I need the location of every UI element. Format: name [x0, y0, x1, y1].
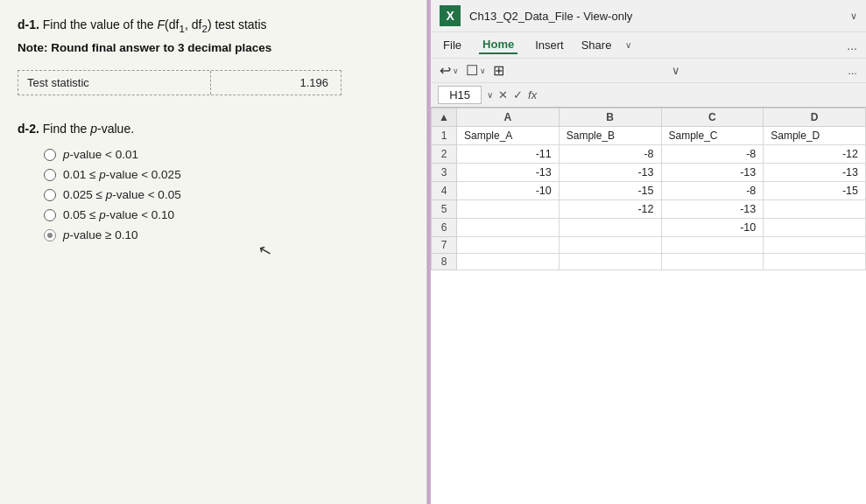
- cell-r2-cC[interactable]: -8: [661, 145, 764, 164]
- cell-r2-cB[interactable]: -8: [559, 145, 661, 164]
- radio-circle-1[interactable]: [44, 149, 56, 161]
- radio-circle-3[interactable]: [44, 189, 56, 201]
- cell-r7-cC[interactable]: [661, 237, 764, 254]
- table-row: 3-13-13-13-13: [432, 164, 866, 182]
- excel-toolbar: ↩ ∨ ☐ ∨ ⊞ ∨ ...: [431, 59, 866, 83]
- cell-r3-cC[interactable]: -13: [661, 164, 764, 182]
- cell-r7-cB[interactable]: [559, 237, 661, 254]
- cell-r5-cD[interactable]: [764, 200, 866, 219]
- row-number-1: 1: [432, 127, 457, 145]
- cell-r6-cB[interactable]: [559, 219, 661, 237]
- formula-cancel-icon[interactable]: ✕: [498, 88, 508, 102]
- cell-r4-cB[interactable]: -15: [559, 182, 661, 200]
- row-number-6: 6: [432, 219, 457, 237]
- table-row: 2-11-8-8-12: [432, 145, 866, 164]
- format-painter-icon: ⊞: [493, 62, 504, 79]
- col-header-b[interactable]: B: [559, 108, 661, 127]
- radio-circle-2[interactable]: [44, 169, 56, 181]
- cell-r4-cC[interactable]: -8: [661, 182, 764, 200]
- row-number-8: 8: [432, 254, 457, 270]
- radio-label-3: 0.025 ≤ p-value < 0.05: [63, 188, 181, 201]
- menu-insert[interactable]: Insert: [532, 37, 567, 53]
- cell-r8-cC[interactable]: [661, 254, 764, 270]
- col-header-c[interactable]: C: [661, 108, 764, 127]
- radio-label-1: p-value < 0.01: [63, 148, 138, 161]
- cell-r5-cC[interactable]: -13: [661, 200, 764, 219]
- table-row: 7: [432, 237, 866, 254]
- radio-option-4[interactable]: 0.05 ≤ p-value < 0.10: [44, 208, 409, 221]
- cell-r1-cD[interactable]: Sample_D: [764, 127, 866, 145]
- table-row: 4-10-15-8-15: [432, 182, 866, 200]
- radio-option-1[interactable]: p-value < 0.01: [44, 148, 409, 161]
- cell-r8-cB[interactable]: [559, 254, 661, 270]
- cell-r2-cA[interactable]: -11: [457, 145, 560, 164]
- question-d2-text: Find the p-value.: [43, 122, 134, 136]
- cell-reference[interactable]: H15: [438, 86, 482, 104]
- test-statistic-value: 1.196: [211, 71, 341, 94]
- radio-label-4: 0.05 ≤ p-value < 0.10: [63, 208, 174, 221]
- cell-r3-cD[interactable]: -13: [764, 164, 866, 182]
- note-text: Note: Round final answer to 3 decimal pl…: [18, 41, 409, 54]
- cell-r1-cB[interactable]: Sample_B: [559, 127, 661, 145]
- formula-fx-icon[interactable]: fx: [528, 88, 537, 102]
- menu-home[interactable]: Home: [479, 36, 517, 54]
- question-d1-label: d-1.: [18, 18, 39, 32]
- cell-r3-cA[interactable]: -13: [457, 164, 560, 182]
- spreadsheet-table: ▲ A B C D 1Sample_ASample_BSample_CSampl…: [431, 108, 866, 270]
- radio-option-3[interactable]: 0.025 ≤ p-value < 0.05: [44, 188, 409, 201]
- row-number-5: 5: [432, 200, 457, 219]
- menu-share[interactable]: Share: [581, 38, 612, 52]
- toolbar-dots-icon[interactable]: ...: [848, 64, 857, 77]
- undo-button[interactable]: ↩ ∨: [440, 62, 459, 79]
- cell-r1-cA[interactable]: Sample_A: [457, 127, 560, 145]
- cell-r6-cC[interactable]: -10: [661, 219, 764, 237]
- cell-r2-cD[interactable]: -12: [764, 145, 866, 164]
- excel-panel: X Ch13_Q2_Data_File - View-only ∨ File H…: [431, 0, 866, 504]
- menu-more-icon[interactable]: ...: [847, 38, 857, 52]
- row-number-2: 2: [432, 145, 457, 164]
- cell-r4-cA[interactable]: -10: [457, 182, 560, 200]
- undo-chevron-icon: ∨: [453, 66, 459, 75]
- format-painter-button[interactable]: ⊞: [493, 62, 504, 79]
- cell-r7-cD[interactable]: [764, 237, 866, 254]
- cell-r6-cD[interactable]: [764, 219, 866, 237]
- test-statistic-row: Test statistic 1.196: [18, 70, 341, 95]
- formula-confirm-icon[interactable]: ✓: [513, 88, 523, 102]
- radio-circle-5[interactable]: [44, 229, 56, 242]
- cell-r6-cA[interactable]: [457, 219, 560, 237]
- radio-label-5: p-value ≥ 0.10: [63, 228, 137, 242]
- cell-r5-cA[interactable]: [457, 200, 560, 219]
- cell-r8-cD[interactable]: [764, 254, 866, 270]
- toolbar-more-icon[interactable]: ∨: [672, 64, 680, 77]
- cell-r8-cA[interactable]: [457, 254, 560, 270]
- col-header-a[interactable]: A: [457, 108, 560, 127]
- radio-option-5[interactable]: p-value ≥ 0.10: [44, 228, 409, 242]
- question-d1-text: Find the value of the F(df1, df2) test s…: [43, 18, 267, 32]
- excel-spreadsheet: ▲ A B C D 1Sample_ASample_BSample_CSampl…: [431, 108, 866, 504]
- table-row: 6-10: [432, 219, 866, 237]
- cell-r7-cA[interactable]: [457, 237, 560, 254]
- menu-share-chevron-icon[interactable]: ∨: [625, 40, 631, 50]
- cell-r5-cB[interactable]: -12: [559, 200, 661, 219]
- table-row: 1Sample_ASample_BSample_CSample_D: [432, 127, 866, 145]
- radio-option-2[interactable]: 0.01 ≤ p-value < 0.025: [44, 168, 409, 181]
- excel-formulabar: H15 ∨ ✕ ✓ fx: [431, 83, 866, 108]
- col-header-d[interactable]: D: [764, 108, 866, 127]
- formula-bar-chevron-icon[interactable]: ∨: [487, 90, 493, 100]
- excel-menubar: File Home Insert Share ∨ ...: [431, 32, 866, 59]
- excel-logo-icon: X: [440, 5, 461, 26]
- radio-circle-4[interactable]: [44, 209, 56, 221]
- menu-file[interactable]: File: [440, 37, 465, 53]
- row-number-7: 7: [432, 237, 457, 254]
- excel-title: Ch13_Q2_Data_File - View-only: [469, 10, 841, 23]
- excel-titlebar: X Ch13_Q2_Data_File - View-only ∨: [431, 0, 866, 32]
- cell-r4-cD[interactable]: -15: [764, 182, 866, 200]
- test-statistic-label: Test statistic: [18, 71, 211, 94]
- clipboard-button[interactable]: ☐ ∨: [466, 62, 486, 79]
- cell-r1-cC[interactable]: Sample_C: [661, 127, 764, 145]
- cell-r3-cB[interactable]: -13: [559, 164, 661, 182]
- table-row: 8: [432, 254, 866, 270]
- excel-title-chevron-icon[interactable]: ∨: [850, 10, 857, 22]
- question-d2-label: d-2.: [18, 122, 39, 136]
- clipboard-icon: ☐: [466, 62, 478, 79]
